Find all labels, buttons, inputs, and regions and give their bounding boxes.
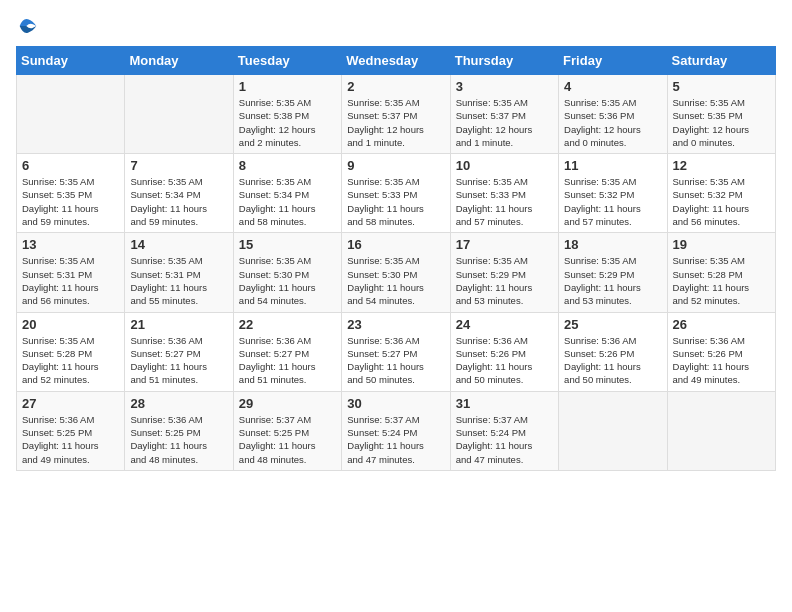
calendar-cell: 6Sunrise: 5:35 AM Sunset: 5:35 PM Daylig… [17,154,125,233]
header-thursday: Thursday [450,47,558,75]
calendar-cell: 30Sunrise: 5:37 AM Sunset: 5:24 PM Dayli… [342,391,450,470]
day-number: 27 [22,396,119,411]
day-info: Sunrise: 5:35 AM Sunset: 5:38 PM Dayligh… [239,96,336,149]
day-number: 30 [347,396,444,411]
calendar-cell [667,391,775,470]
day-number: 22 [239,317,336,332]
calendar-cell: 12Sunrise: 5:35 AM Sunset: 5:32 PM Dayli… [667,154,775,233]
day-info: Sunrise: 5:36 AM Sunset: 5:26 PM Dayligh… [673,334,770,387]
calendar-cell: 10Sunrise: 5:35 AM Sunset: 5:33 PM Dayli… [450,154,558,233]
week-row-2: 6Sunrise: 5:35 AM Sunset: 5:35 PM Daylig… [17,154,776,233]
day-number: 21 [130,317,227,332]
day-number: 11 [564,158,661,173]
day-info: Sunrise: 5:35 AM Sunset: 5:35 PM Dayligh… [673,96,770,149]
day-info: Sunrise: 5:35 AM Sunset: 5:35 PM Dayligh… [22,175,119,228]
day-number: 23 [347,317,444,332]
calendar-cell: 29Sunrise: 5:37 AM Sunset: 5:25 PM Dayli… [233,391,341,470]
calendar-cell: 25Sunrise: 5:36 AM Sunset: 5:26 PM Dayli… [559,312,667,391]
calendar-cell [125,75,233,154]
day-number: 20 [22,317,119,332]
day-info: Sunrise: 5:37 AM Sunset: 5:24 PM Dayligh… [456,413,553,466]
day-info: Sunrise: 5:35 AM Sunset: 5:32 PM Dayligh… [564,175,661,228]
day-number: 2 [347,79,444,94]
calendar-cell: 27Sunrise: 5:36 AM Sunset: 5:25 PM Dayli… [17,391,125,470]
calendar-cell: 19Sunrise: 5:35 AM Sunset: 5:28 PM Dayli… [667,233,775,312]
calendar: SundayMondayTuesdayWednesdayThursdayFrid… [16,46,776,471]
header-friday: Friday [559,47,667,75]
day-info: Sunrise: 5:35 AM Sunset: 5:33 PM Dayligh… [347,175,444,228]
day-info: Sunrise: 5:36 AM Sunset: 5:26 PM Dayligh… [456,334,553,387]
day-number: 5 [673,79,770,94]
calendar-cell: 17Sunrise: 5:35 AM Sunset: 5:29 PM Dayli… [450,233,558,312]
day-number: 3 [456,79,553,94]
day-number: 24 [456,317,553,332]
calendar-cell: 2Sunrise: 5:35 AM Sunset: 5:37 PM Daylig… [342,75,450,154]
calendar-cell: 11Sunrise: 5:35 AM Sunset: 5:32 PM Dayli… [559,154,667,233]
calendar-cell: 9Sunrise: 5:35 AM Sunset: 5:33 PM Daylig… [342,154,450,233]
day-number: 18 [564,237,661,252]
day-info: Sunrise: 5:36 AM Sunset: 5:26 PM Dayligh… [564,334,661,387]
day-info: Sunrise: 5:35 AM Sunset: 5:30 PM Dayligh… [347,254,444,307]
day-number: 16 [347,237,444,252]
day-number: 4 [564,79,661,94]
header-tuesday: Tuesday [233,47,341,75]
day-number: 15 [239,237,336,252]
header-sunday: Sunday [17,47,125,75]
day-info: Sunrise: 5:36 AM Sunset: 5:25 PM Dayligh… [130,413,227,466]
header-saturday: Saturday [667,47,775,75]
calendar-cell: 1Sunrise: 5:35 AM Sunset: 5:38 PM Daylig… [233,75,341,154]
day-info: Sunrise: 5:35 AM Sunset: 5:31 PM Dayligh… [130,254,227,307]
day-number: 19 [673,237,770,252]
day-info: Sunrise: 5:36 AM Sunset: 5:25 PM Dayligh… [22,413,119,466]
day-info: Sunrise: 5:36 AM Sunset: 5:27 PM Dayligh… [347,334,444,387]
day-info: Sunrise: 5:35 AM Sunset: 5:37 PM Dayligh… [456,96,553,149]
calendar-cell: 3Sunrise: 5:35 AM Sunset: 5:37 PM Daylig… [450,75,558,154]
calendar-cell: 26Sunrise: 5:36 AM Sunset: 5:26 PM Dayli… [667,312,775,391]
day-number: 12 [673,158,770,173]
calendar-cell: 31Sunrise: 5:37 AM Sunset: 5:24 PM Dayli… [450,391,558,470]
day-info: Sunrise: 5:37 AM Sunset: 5:24 PM Dayligh… [347,413,444,466]
calendar-cell: 16Sunrise: 5:35 AM Sunset: 5:30 PM Dayli… [342,233,450,312]
week-row-5: 27Sunrise: 5:36 AM Sunset: 5:25 PM Dayli… [17,391,776,470]
day-number: 14 [130,237,227,252]
day-number: 26 [673,317,770,332]
day-info: Sunrise: 5:35 AM Sunset: 5:28 PM Dayligh… [22,334,119,387]
calendar-cell: 5Sunrise: 5:35 AM Sunset: 5:35 PM Daylig… [667,75,775,154]
header-monday: Monday [125,47,233,75]
calendar-cell: 14Sunrise: 5:35 AM Sunset: 5:31 PM Dayli… [125,233,233,312]
day-info: Sunrise: 5:35 AM Sunset: 5:29 PM Dayligh… [564,254,661,307]
day-info: Sunrise: 5:35 AM Sunset: 5:33 PM Dayligh… [456,175,553,228]
day-info: Sunrise: 5:35 AM Sunset: 5:32 PM Dayligh… [673,175,770,228]
day-number: 6 [22,158,119,173]
day-number: 17 [456,237,553,252]
week-row-3: 13Sunrise: 5:35 AM Sunset: 5:31 PM Dayli… [17,233,776,312]
day-info: Sunrise: 5:35 AM Sunset: 5:36 PM Dayligh… [564,96,661,149]
day-info: Sunrise: 5:35 AM Sunset: 5:28 PM Dayligh… [673,254,770,307]
day-info: Sunrise: 5:37 AM Sunset: 5:25 PM Dayligh… [239,413,336,466]
day-info: Sunrise: 5:35 AM Sunset: 5:29 PM Dayligh… [456,254,553,307]
calendar-cell: 28Sunrise: 5:36 AM Sunset: 5:25 PM Dayli… [125,391,233,470]
header-wednesday: Wednesday [342,47,450,75]
calendar-cell [559,391,667,470]
day-info: Sunrise: 5:35 AM Sunset: 5:30 PM Dayligh… [239,254,336,307]
calendar-cell [17,75,125,154]
day-number: 10 [456,158,553,173]
day-number: 29 [239,396,336,411]
day-number: 13 [22,237,119,252]
day-number: 28 [130,396,227,411]
calendar-cell: 24Sunrise: 5:36 AM Sunset: 5:26 PM Dayli… [450,312,558,391]
calendar-cell: 21Sunrise: 5:36 AM Sunset: 5:27 PM Dayli… [125,312,233,391]
day-info: Sunrise: 5:35 AM Sunset: 5:37 PM Dayligh… [347,96,444,149]
calendar-cell: 20Sunrise: 5:35 AM Sunset: 5:28 PM Dayli… [17,312,125,391]
day-info: Sunrise: 5:35 AM Sunset: 5:31 PM Dayligh… [22,254,119,307]
day-number: 1 [239,79,336,94]
calendar-cell: 23Sunrise: 5:36 AM Sunset: 5:27 PM Dayli… [342,312,450,391]
logo-icon [18,16,38,36]
logo [16,16,38,36]
week-row-1: 1Sunrise: 5:35 AM Sunset: 5:38 PM Daylig… [17,75,776,154]
day-info: Sunrise: 5:36 AM Sunset: 5:27 PM Dayligh… [239,334,336,387]
day-number: 31 [456,396,553,411]
calendar-cell: 13Sunrise: 5:35 AM Sunset: 5:31 PM Dayli… [17,233,125,312]
calendar-cell: 18Sunrise: 5:35 AM Sunset: 5:29 PM Dayli… [559,233,667,312]
day-number: 25 [564,317,661,332]
